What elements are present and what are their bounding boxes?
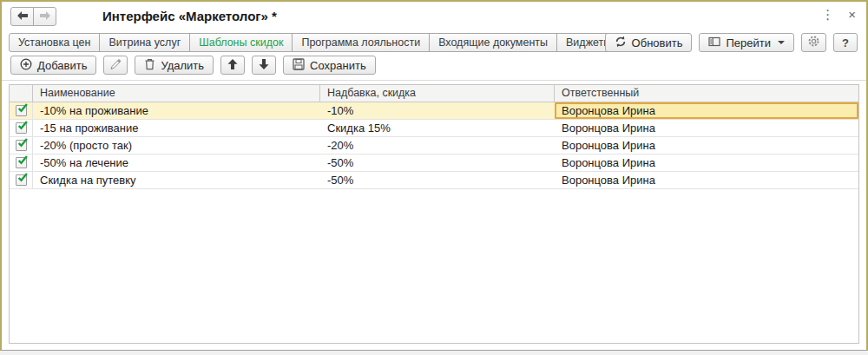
help-button[interactable]: ?	[833, 33, 858, 52]
refresh-button[interactable]: Обновить	[605, 33, 693, 52]
cell-name[interactable]: -15 на проживание	[33, 120, 320, 136]
refresh-label: Обновить	[632, 36, 683, 49]
chevron-down-icon	[778, 41, 785, 44]
cell-discount[interactable]: -50%	[320, 172, 555, 188]
checkbox-checked-icon	[16, 174, 27, 186]
save-button[interactable]: Сохранить	[283, 56, 376, 75]
back-button[interactable]	[10, 7, 34, 26]
tab-incoming-documents[interactable]: Входящие документы	[429, 33, 557, 52]
row-checkbox[interactable]	[10, 172, 33, 188]
goto-button[interactable]: Перейти	[699, 33, 794, 52]
form-window-icon	[708, 36, 720, 49]
table-row[interactable]: -50% на лечение -50% Воронцова Ирина	[10, 154, 858, 172]
table-row[interactable]: -20% (просто так) -20% Воронцова Ирина	[10, 137, 858, 154]
cell-name[interactable]: Скидка на путевку	[33, 172, 320, 188]
move-down-button[interactable]	[252, 56, 276, 75]
goto-label: Перейти	[726, 36, 771, 49]
arrow-up-icon	[227, 58, 239, 73]
row-checkbox[interactable]	[10, 102, 33, 119]
cell-responsible[interactable]: Воронцова Ирина	[555, 120, 858, 136]
settings-button[interactable]	[801, 33, 826, 52]
floppy-disk-icon	[293, 58, 305, 73]
arrow-down-icon	[258, 58, 270, 73]
arrow-right-icon	[39, 9, 51, 24]
help-label: ?	[842, 36, 849, 49]
cell-responsible[interactable]: Воронцова Ирина	[555, 154, 858, 171]
save-label: Сохранить	[310, 59, 366, 72]
row-checkbox[interactable]	[10, 137, 33, 154]
tab-price-setting[interactable]: Установка цен	[9, 33, 100, 52]
cell-name[interactable]: -50% на лечение	[33, 154, 320, 171]
kebab-menu-icon[interactable]: ⋮	[821, 7, 834, 23]
checkbox-checked-icon	[16, 157, 27, 168]
discount-templates-table: Наименование Надбавка, скидка Ответствен…	[9, 84, 859, 344]
plus-circle-icon	[20, 58, 32, 73]
close-icon[interactable]: ×	[848, 7, 856, 23]
edit-button[interactable]	[103, 56, 128, 75]
col-name[interactable]: Наименование	[33, 85, 320, 102]
move-up-button[interactable]	[220, 56, 245, 75]
command-bar: Добавить Удалить	[10, 56, 376, 75]
add-button[interactable]: Добавить	[10, 56, 96, 75]
refresh-icon	[615, 36, 627, 50]
delete-label: Удалить	[161, 59, 204, 72]
table-row[interactable]: -15 на проживание Скидка 15% Воронцова И…	[10, 120, 858, 137]
page-title: Интерфейс «Маркетолог» *	[102, 9, 277, 23]
col-checkbox	[10, 85, 33, 102]
trash-icon	[144, 58, 155, 73]
row-checkbox[interactable]	[10, 154, 33, 171]
delete-button[interactable]: Удалить	[135, 56, 214, 75]
tab-service-showcase[interactable]: Витрина услуг	[99, 33, 190, 52]
tab-loyalty-program[interactable]: Программа лояльности	[292, 33, 430, 52]
title-bar: Интерфейс «Маркетолог» * ⋮ ×	[2, 2, 866, 31]
history-nav	[10, 7, 56, 26]
cell-responsible[interactable]: Воронцова Ирина	[555, 172, 858, 188]
toolbar-separator	[2, 80, 866, 81]
table-header: Наименование Надбавка, скидка Ответствен…	[10, 85, 858, 102]
add-label: Добавить	[37, 59, 87, 72]
col-responsible[interactable]: Ответственный	[555, 85, 858, 102]
table-row[interactable]: -10% на проживание -10% Воронцова Ирина	[10, 102, 858, 120]
cell-discount[interactable]: -10%	[320, 102, 555, 119]
cell-name[interactable]: -20% (просто так)	[33, 137, 320, 154]
cell-discount[interactable]: -50%	[320, 154, 555, 171]
tab-discount-templates[interactable]: Шаблоны скидок	[189, 33, 293, 52]
arrow-left-icon	[16, 9, 29, 24]
cell-name[interactable]: -10% на проживание	[33, 102, 320, 119]
cell-responsible[interactable]: Воронцова Ирина	[555, 137, 858, 154]
app-window: Интерфейс «Маркетолог» * ⋮ × Установка ц…	[0, 0, 868, 351]
checkbox-checked-icon	[16, 140, 27, 151]
checkbox-checked-icon	[16, 105, 27, 116]
tab-bar: Установка цен Витрина услуг Шаблоны скид…	[9, 33, 621, 52]
checkbox-checked-icon	[16, 122, 27, 134]
row-checkbox[interactable]	[10, 120, 33, 136]
col-discount[interactable]: Надбавка, скидка	[320, 85, 555, 102]
pencil-icon	[109, 58, 122, 73]
forward-button[interactable]	[33, 7, 56, 26]
table-row[interactable]: Скидка на путевку -50% Воронцова Ирина	[10, 172, 858, 189]
cell-discount[interactable]: Скидка 15%	[320, 120, 555, 136]
gear-icon	[807, 35, 820, 50]
cell-discount[interactable]: -20%	[320, 137, 555, 154]
cell-responsible[interactable]: Воронцова Ирина	[555, 102, 858, 119]
